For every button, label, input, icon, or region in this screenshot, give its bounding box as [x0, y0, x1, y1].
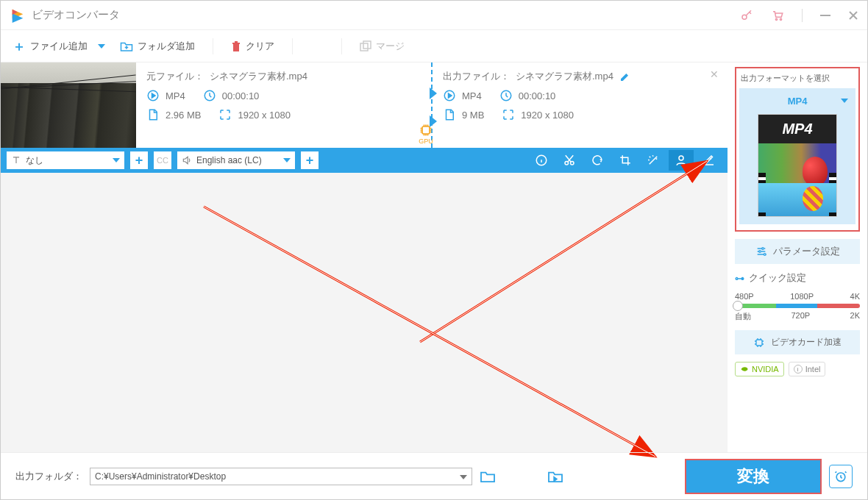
clear-label: クリア	[246, 40, 274, 53]
convert-button[interactable]: 変換	[685, 459, 822, 494]
output-path-field[interactable]: C:¥Users¥Administrator¥Desktop	[90, 468, 472, 485]
cc-button[interactable]: CC	[154, 151, 171, 169]
chip-icon	[753, 337, 765, 349]
svg-point-1	[775, 18, 777, 20]
output-resolution: 1920 x 1080	[521, 110, 574, 121]
gpu-accel-button[interactable]: ビデオカード加速	[735, 330, 860, 354]
svg-rect-18	[756, 340, 762, 346]
side-panel: 出力フォーマットを選択 MP4 MP4 パラメータ設定 ⊶ クイック設定	[728, 63, 867, 452]
output-format: MP4	[462, 90, 482, 101]
edit-name-icon[interactable]	[619, 71, 631, 82]
source-format: MP4	[166, 90, 185, 101]
close-icon[interactable]	[848, 10, 858, 21]
video-thumbnail[interactable]	[1, 63, 136, 148]
add-folder-label: フォルダ追加	[138, 40, 195, 53]
svg-rect-8	[422, 126, 430, 134]
svg-rect-3	[820, 15, 830, 16]
minimize-icon[interactable]	[820, 10, 830, 21]
subtitle-value: なし	[26, 154, 43, 167]
format-box: 出力フォーマットを選択 MP4 MP4	[735, 67, 860, 232]
browse-folder-icon[interactable]	[480, 470, 496, 483]
main-toolbar: ＋ ファイル追加 フォルダ追加 クリア マージ	[1, 30, 867, 63]
speaker-icon	[182, 155, 192, 165]
output-path-value: C:¥Users¥Administrator¥Desktop	[95, 471, 226, 482]
scheduler-icon[interactable]	[829, 465, 853, 488]
add-subtitle-button[interactable]: +	[130, 151, 148, 169]
format-icon	[146, 89, 160, 102]
param-settings-label: パラメータ設定	[773, 245, 840, 258]
svg-point-2	[780, 18, 781, 20]
file-item: ✕ 元ファイル： シネマグラフ素材.mp4 MP4 00:00:10 2.96 …	[1, 63, 728, 148]
trash-icon	[231, 40, 241, 52]
plus-icon: ＋	[13, 38, 26, 55]
window-title: ビデオコンバータ	[32, 8, 740, 22]
watermark-tool-icon[interactable]	[669, 150, 694, 171]
add-file-button[interactable]: ＋ ファイル追加	[7, 35, 93, 58]
format-select[interactable]: MP4 MP4	[739, 88, 855, 224]
rotate-tool-icon[interactable]	[585, 150, 610, 171]
edit-tool-icon[interactable]	[697, 150, 722, 171]
add-file-label: ファイル追加	[30, 40, 88, 53]
format-label: 出力フォーマットを選択	[739, 71, 855, 88]
svg-point-15	[761, 248, 764, 250]
svg-rect-4	[360, 43, 368, 51]
gpu-accel-label: ビデオカード加速	[771, 336, 842, 349]
subtitle-select[interactable]: なし	[7, 151, 124, 169]
svg-rect-5	[363, 41, 371, 49]
gpu-badge: GPU	[419, 123, 433, 145]
resolution-icon	[502, 108, 515, 121]
svg-point-14	[679, 156, 683, 160]
source-file-name: シネマグラフ素材.mp4	[210, 70, 307, 83]
source-column: 元ファイル： シネマグラフ素材.mp4 MP4 00:00:10 2.96 MB…	[136, 63, 431, 148]
text-icon	[11, 155, 21, 165]
clear-button[interactable]: クリア	[225, 37, 280, 56]
key-icon[interactable]	[740, 9, 753, 22]
output-duration: 00:00:10	[519, 90, 556, 101]
output-file-label: 出力ファイル：	[443, 70, 510, 83]
effect-tool-icon[interactable]	[641, 150, 666, 171]
format-value: MP4	[788, 96, 808, 107]
file-icon	[443, 108, 456, 121]
output-column: 出力ファイル： シネマグラフ素材.mp4 MP4 00:00:10 9 MB 1…	[433, 63, 728, 148]
clock-icon	[499, 89, 513, 102]
info-tool-icon[interactable]	[529, 150, 554, 171]
audio-select[interactable]: English aac (LC)	[177, 151, 295, 169]
quality-slider[interactable]: 480P1080P4K 自動720P2K	[735, 292, 860, 323]
add-audio-button[interactable]: +	[301, 151, 319, 169]
svg-point-17	[764, 254, 766, 256]
output-file-name: シネマグラフ素材.mp4	[516, 70, 613, 83]
annotation-arrow-1	[413, 151, 722, 349]
source-file-label: 元ファイル：	[146, 70, 204, 83]
audio-value: English aac (LC)	[196, 155, 262, 165]
intel-chip: iIntel	[789, 362, 826, 376]
folder-plus-icon	[120, 40, 133, 52]
remove-item-icon[interactable]: ✕	[710, 68, 719, 80]
format-preview: MP4	[758, 114, 837, 217]
add-folder-button[interactable]: フォルダ追加	[114, 37, 201, 56]
annotation-arrow-2	[199, 202, 670, 467]
source-size: 2.96 MB	[166, 110, 201, 121]
merge-button[interactable]: マージ	[354, 37, 410, 56]
output-folder-label: 出力フォルダ：	[15, 470, 82, 483]
cut-tool-icon[interactable]	[557, 150, 582, 171]
merge-label: マージ	[376, 40, 405, 53]
clock-icon	[203, 89, 216, 102]
svg-point-0	[742, 15, 747, 19]
quick-settings-label: ⊶ クイック設定	[735, 271, 860, 285]
chevron-down-icon	[460, 475, 467, 479]
app-logo-icon	[10, 7, 26, 24]
nvidia-chip: NVIDIA	[735, 362, 784, 376]
slider-thumb[interactable]	[733, 301, 743, 311]
cart-icon[interactable]	[771, 9, 784, 22]
output-size: 9 MB	[462, 110, 484, 121]
svg-point-16	[758, 251, 761, 253]
param-settings-button[interactable]: パラメータ設定	[735, 239, 860, 264]
empty-area	[1, 173, 728, 452]
sliders-icon	[755, 246, 767, 257]
title-bar: ビデオコンバータ	[1, 1, 867, 30]
add-file-caret-icon[interactable]	[98, 44, 105, 49]
crop-tool-icon[interactable]	[613, 150, 638, 171]
open-output-icon[interactable]	[547, 470, 563, 483]
chevron-down-icon	[841, 99, 848, 103]
source-resolution: 1920 x 1080	[238, 110, 291, 121]
